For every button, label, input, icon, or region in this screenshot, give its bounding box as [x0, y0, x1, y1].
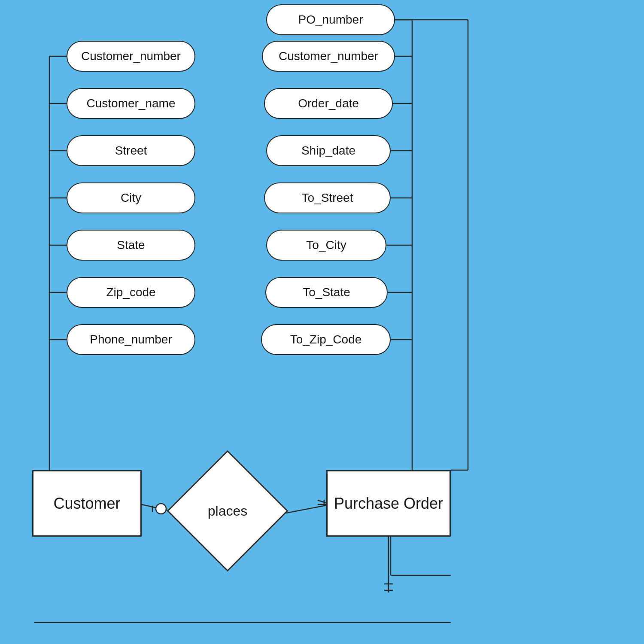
attr-city: City	[67, 182, 195, 213]
svg-point-22	[156, 504, 166, 514]
attr-phone-number: Phone_number	[67, 324, 195, 355]
attr-to-zip-code: To_Zip_Code	[261, 324, 391, 355]
attr-to-street: To_Street	[264, 182, 391, 213]
er-diagram: Customer_number Customer_name Street Cit…	[0, 0, 644, 644]
attr-order-date: Order_date	[264, 88, 393, 119]
places-relationship: places	[185, 468, 270, 554]
relationship-label: places	[208, 503, 248, 519]
attr-customer-number-left: Customer_number	[67, 41, 195, 72]
attr-to-city: To_City	[266, 230, 386, 261]
attr-po-number: PO_number	[266, 4, 395, 35]
attr-to-state: To_State	[265, 277, 388, 308]
attr-customer-name: Customer_name	[67, 88, 195, 119]
attr-ship-date: Ship_date	[266, 135, 391, 166]
attr-street: Street	[67, 135, 195, 166]
purchase-order-entity: Purchase Order	[326, 470, 451, 537]
attr-state: State	[67, 230, 195, 261]
attr-zip-code: Zip_code	[67, 277, 195, 308]
attr-customer-number-right: Customer_number	[262, 41, 395, 72]
customer-entity: Customer	[32, 470, 142, 537]
